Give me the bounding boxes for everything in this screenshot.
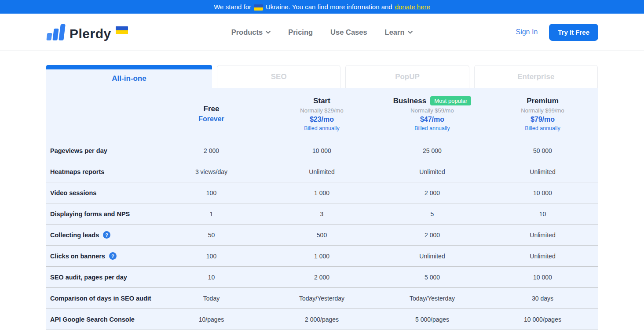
table-row: Comparison of days in SEO audit Today To… xyxy=(46,287,598,308)
table-row: Heatmaps reports 3 views/day Unlimited U… xyxy=(46,161,598,182)
plan-name: Free xyxy=(204,105,220,113)
feature-value: 10 xyxy=(156,267,267,287)
plan-name: Premium xyxy=(527,97,559,105)
feature-label: SEO audit, pages per day xyxy=(50,274,127,281)
nav-item-products[interactable]: Products xyxy=(231,28,271,36)
feature-value: 2 000 xyxy=(377,225,487,245)
feature-value: 50 xyxy=(156,225,267,245)
feature-value: Unlimited xyxy=(487,225,598,245)
tab-seo[interactable]: SEO xyxy=(217,65,340,88)
feature-value: 5 000/pages xyxy=(377,309,487,330)
feature-value: 10/pages xyxy=(156,309,267,330)
feature-value: 5 xyxy=(377,203,487,224)
feature-value: 3 views/day xyxy=(156,161,267,182)
feature-value: 2 000 xyxy=(156,140,267,161)
banner-text-after: Ukraine. You can find more information a… xyxy=(266,3,392,11)
nav-item-use-cases[interactable]: Use Cases xyxy=(330,28,367,36)
plan-normal-price: Normally $99/mo xyxy=(521,107,564,114)
most-popular-badge: Most popular xyxy=(430,96,471,105)
feature-value: 2 000 xyxy=(377,182,487,203)
try-it-free-button[interactable]: Try It Free xyxy=(549,24,598,41)
feature-value: 10 000/pages xyxy=(487,309,598,330)
feature-value: 1 000 xyxy=(267,182,377,203)
plan-business: Business Most popular Normally $59/mo $4… xyxy=(377,88,487,140)
plan-name: Start xyxy=(313,97,330,105)
plan-price: $47/mo xyxy=(420,116,444,123)
feature-label: Collecting leads xyxy=(50,232,99,239)
feature-label: Displaying forms and NPS xyxy=(50,210,130,218)
feature-label: Video sessions xyxy=(50,189,96,196)
feature-value: Unlimited xyxy=(377,246,487,266)
tab-enterprise[interactable]: Enterprise xyxy=(474,65,598,88)
plan-name: Business xyxy=(393,97,427,105)
table-row: SEO audit, pages per day 10 2 000 5 000 … xyxy=(46,266,598,287)
plan-premium: Premium Normally $99/mo $79/mo Billed an… xyxy=(487,88,598,140)
plerdy-logo-icon xyxy=(46,24,66,40)
plerdy-logo[interactable]: Plerdy xyxy=(46,24,128,40)
tab-popup[interactable]: PopUP xyxy=(345,65,469,88)
plan-price: $23/mo xyxy=(310,116,334,123)
feature-label: Clicks on banners xyxy=(50,253,105,260)
feature-value: Unlimited xyxy=(487,246,598,266)
feature-value: 50 000 xyxy=(487,140,598,161)
plan-subtitle: Forever xyxy=(198,115,224,123)
feature-value: 1 xyxy=(156,203,267,224)
plan-normal-price: Normally $29/mo xyxy=(300,107,343,114)
plan-billing-note: Billed annually xyxy=(304,125,340,131)
site-header: Plerdy Products Pricing Use Cases Learn … xyxy=(0,14,644,51)
plan-tabs: All-in-one SEO PopUP Enterprise xyxy=(46,65,598,88)
feature-label: Pageviews per day xyxy=(50,147,107,154)
feature-value: 10 xyxy=(487,203,598,224)
feature-value: Today xyxy=(156,288,267,308)
feature-value: 2 000/pages xyxy=(267,309,377,330)
table-row: Video sessions 100 1 000 2 000 10 000 xyxy=(46,182,598,203)
table-row: Clicks on banners ? 100 1 000 Unlimited … xyxy=(46,245,598,266)
table-row: Pageviews per day 2 000 10 000 25 000 50… xyxy=(46,140,598,161)
feature-value: 1 000 xyxy=(267,246,377,266)
plans-header: Free Forever Start Normally $29/mo $23/m… xyxy=(46,88,598,140)
main-nav: Products Pricing Use Cases Learn xyxy=(128,28,516,36)
feature-value: 30 days xyxy=(487,288,598,308)
feature-value: 25 000 xyxy=(377,140,487,161)
donate-link[interactable]: donate here xyxy=(395,3,430,11)
feature-label: Comparison of days in SEO audit xyxy=(50,295,151,302)
plan-free: Free Forever xyxy=(156,88,267,140)
banner-text-before: We stand for xyxy=(214,3,251,11)
feature-value: Unlimited xyxy=(377,161,487,182)
feature-value: 10 000 xyxy=(267,140,377,161)
brand-wordmark: Plerdy xyxy=(70,27,111,40)
feature-value: Today/Yesterday xyxy=(267,288,377,308)
ukraine-flag-icon xyxy=(254,4,263,11)
feature-value: 2 000 xyxy=(267,267,377,287)
plan-billing-note: Billed annually xyxy=(414,125,450,131)
pricing-section: All-in-one SEO PopUP Enterprise Free For… xyxy=(46,65,598,330)
nav-item-learn[interactable]: Learn xyxy=(385,28,413,36)
feature-value: 100 xyxy=(156,246,267,266)
plan-normal-price: Normally $59/mo xyxy=(410,107,454,114)
feature-value: 10 000 xyxy=(487,267,598,287)
help-icon[interactable]: ? xyxy=(103,231,110,239)
tab-all-in-one[interactable]: All-in-one xyxy=(46,65,212,88)
feature-value: 5 000 xyxy=(377,267,487,287)
table-row: API Google Search Console 10/pages 2 000… xyxy=(46,308,598,330)
plan-billing-note: Billed annually xyxy=(525,125,560,131)
plan-price: $79/mo xyxy=(531,116,555,123)
ukraine-flag-icon xyxy=(116,26,128,34)
feature-value: Unlimited xyxy=(487,161,598,182)
feature-label: Heatmaps reports xyxy=(50,168,104,175)
feature-value: 500 xyxy=(267,225,377,245)
nav-item-pricing[interactable]: Pricing xyxy=(288,28,313,36)
feature-value: 100 xyxy=(156,182,267,203)
chevron-down-icon xyxy=(266,31,271,34)
chevron-down-icon xyxy=(408,31,413,34)
feature-value: 3 xyxy=(267,203,377,224)
pricing-table: Pageviews per day 2 000 10 000 25 000 50… xyxy=(46,140,598,330)
table-row: Collecting leads ? 50 500 2 000 Unlimite… xyxy=(46,224,598,245)
ukraine-banner: We stand for Ukraine. You can find more … xyxy=(0,0,644,14)
sign-in-link[interactable]: Sign In xyxy=(516,28,538,36)
help-icon[interactable]: ? xyxy=(109,252,117,260)
feature-value: Today/Yesterday xyxy=(377,288,487,308)
feature-value: Unlimited xyxy=(267,161,377,182)
table-row: Displaying forms and NPS 1 3 5 10 xyxy=(46,203,598,224)
header-actions: Sign In Try It Free xyxy=(516,24,598,41)
